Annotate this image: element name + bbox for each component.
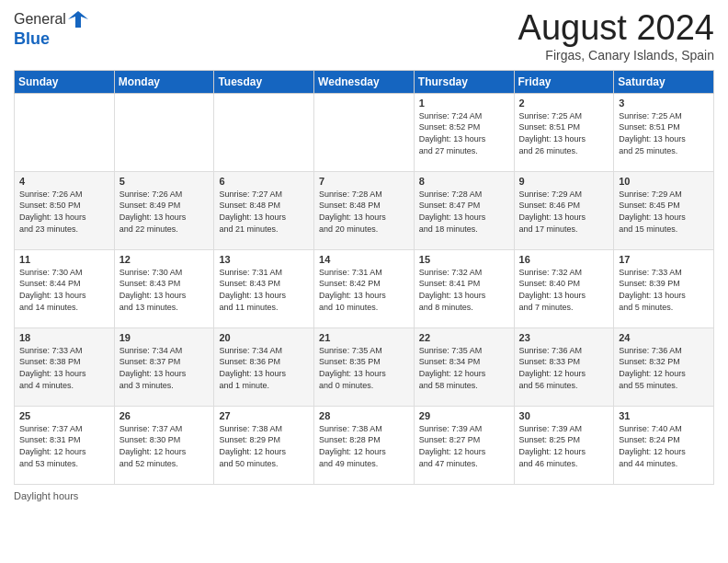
- calendar-day-header: Wednesday: [314, 70, 415, 93]
- calendar-day-cell: 30Sunrise: 7:39 AM Sunset: 8:25 PM Dayli…: [514, 406, 614, 484]
- calendar-day-cell: 4Sunrise: 7:26 AM Sunset: 8:50 PM Daylig…: [15, 171, 115, 249]
- calendar-day-cell: 13Sunrise: 7:31 AM Sunset: 8:43 PM Dayli…: [214, 249, 314, 327]
- day-info: Sunrise: 7:25 AM Sunset: 8:51 PM Dayligh…: [619, 110, 709, 156]
- calendar-day-header: Friday: [514, 70, 614, 93]
- calendar-day-cell: 24Sunrise: 7:36 AM Sunset: 8:32 PM Dayli…: [614, 327, 714, 406]
- day-number: 23: [519, 332, 609, 343]
- day-number: 10: [619, 176, 709, 187]
- calendar-day-cell: 29Sunrise: 7:39 AM Sunset: 8:27 PM Dayli…: [414, 406, 514, 484]
- calendar-day-cell: 10Sunrise: 7:29 AM Sunset: 8:45 PM Dayli…: [614, 171, 714, 249]
- calendar-day-cell: 12Sunrise: 7:30 AM Sunset: 8:43 PM Dayli…: [114, 249, 214, 327]
- calendar-week-row: 18Sunrise: 7:33 AM Sunset: 8:38 PM Dayli…: [15, 327, 714, 406]
- calendar-day-cell: 6Sunrise: 7:27 AM Sunset: 8:48 PM Daylig…: [214, 171, 314, 249]
- title-block: August 2024 Firgas, Canary Islands, Spai…: [518, 9, 714, 63]
- calendar-day-cell: 21Sunrise: 7:35 AM Sunset: 8:35 PM Dayli…: [314, 327, 415, 406]
- day-info: Sunrise: 7:36 AM Sunset: 8:33 PM Dayligh…: [519, 345, 609, 391]
- day-info: Sunrise: 7:36 AM Sunset: 8:32 PM Dayligh…: [619, 345, 709, 391]
- calendar-day-cell: 23Sunrise: 7:36 AM Sunset: 8:33 PM Dayli…: [514, 327, 614, 406]
- day-number: 11: [19, 254, 109, 265]
- calendar-day-cell: 15Sunrise: 7:32 AM Sunset: 8:41 PM Dayli…: [414, 249, 514, 327]
- day-number: 7: [319, 176, 409, 187]
- day-number: 17: [619, 254, 709, 265]
- calendar-week-row: 4Sunrise: 7:26 AM Sunset: 8:50 PM Daylig…: [15, 171, 714, 249]
- day-info: Sunrise: 7:30 AM Sunset: 8:44 PM Dayligh…: [19, 267, 109, 313]
- calendar-day-cell: [15, 93, 115, 171]
- calendar-day-header: Thursday: [414, 70, 514, 93]
- day-number: 2: [519, 98, 609, 109]
- day-number: 6: [219, 176, 309, 187]
- calendar-day-cell: 11Sunrise: 7:30 AM Sunset: 8:44 PM Dayli…: [15, 249, 115, 327]
- day-info: Sunrise: 7:40 AM Sunset: 8:24 PM Dayligh…: [619, 423, 709, 469]
- day-number: 18: [19, 332, 109, 343]
- day-info: Sunrise: 7:32 AM Sunset: 8:40 PM Dayligh…: [519, 267, 609, 313]
- day-number: 1: [419, 98, 509, 109]
- calendar-day-cell: 20Sunrise: 7:34 AM Sunset: 8:36 PM Dayli…: [214, 327, 314, 406]
- day-info: Sunrise: 7:33 AM Sunset: 8:38 PM Dayligh…: [19, 345, 109, 391]
- day-info: Sunrise: 7:31 AM Sunset: 8:42 PM Dayligh…: [319, 267, 409, 313]
- day-info: Sunrise: 7:33 AM Sunset: 8:39 PM Dayligh…: [619, 267, 709, 313]
- calendar-day-header: Saturday: [614, 70, 714, 93]
- calendar-day-cell: 31Sunrise: 7:40 AM Sunset: 8:24 PM Dayli…: [614, 406, 714, 484]
- month-year-title: August 2024: [518, 9, 714, 48]
- calendar-day-cell: 25Sunrise: 7:37 AM Sunset: 8:31 PM Dayli…: [15, 406, 115, 484]
- calendar-day-cell: 1Sunrise: 7:24 AM Sunset: 8:52 PM Daylig…: [414, 93, 514, 171]
- logo-blue-text: Blue: [14, 29, 88, 49]
- day-info: Sunrise: 7:29 AM Sunset: 8:46 PM Dayligh…: [519, 189, 609, 235]
- daylight-hours-label: Daylight hours: [14, 490, 78, 501]
- day-number: 8: [419, 176, 509, 187]
- day-number: 13: [219, 254, 309, 265]
- day-number: 21: [319, 332, 409, 343]
- header: General Blue August 2024 Firgas, Canary …: [14, 9, 714, 63]
- day-info: Sunrise: 7:31 AM Sunset: 8:43 PM Dayligh…: [219, 267, 309, 313]
- day-number: 25: [19, 410, 109, 421]
- day-info: Sunrise: 7:28 AM Sunset: 8:47 PM Dayligh…: [419, 189, 509, 235]
- calendar-day-cell: 3Sunrise: 7:25 AM Sunset: 8:51 PM Daylig…: [614, 93, 714, 171]
- location-text: Firgas, Canary Islands, Spain: [518, 48, 714, 63]
- day-number: 19: [119, 332, 210, 343]
- day-info: Sunrise: 7:34 AM Sunset: 8:37 PM Dayligh…: [119, 345, 210, 391]
- footer: Daylight hours: [14, 490, 714, 501]
- day-info: Sunrise: 7:34 AM Sunset: 8:36 PM Dayligh…: [219, 345, 309, 391]
- calendar-day-cell: [114, 93, 214, 171]
- calendar-week-row: 1Sunrise: 7:24 AM Sunset: 8:52 PM Daylig…: [15, 93, 714, 171]
- calendar-day-cell: 9Sunrise: 7:29 AM Sunset: 8:46 PM Daylig…: [514, 171, 614, 249]
- day-number: 24: [619, 332, 709, 343]
- calendar-day-cell: 5Sunrise: 7:26 AM Sunset: 8:49 PM Daylig…: [114, 171, 214, 249]
- svg-marker-0: [68, 11, 88, 28]
- calendar-header-row: SundayMondayTuesdayWednesdayThursdayFrid…: [15, 70, 714, 93]
- calendar-day-cell: 22Sunrise: 7:35 AM Sunset: 8:34 PM Dayli…: [414, 327, 514, 406]
- day-number: 3: [619, 98, 709, 109]
- day-number: 29: [419, 410, 509, 421]
- calendar-week-row: 11Sunrise: 7:30 AM Sunset: 8:44 PM Dayli…: [15, 249, 714, 327]
- calendar-week-row: 25Sunrise: 7:37 AM Sunset: 8:31 PM Dayli…: [15, 406, 714, 484]
- day-number: 16: [519, 254, 609, 265]
- day-number: 9: [519, 176, 609, 187]
- day-info: Sunrise: 7:27 AM Sunset: 8:48 PM Dayligh…: [219, 189, 309, 235]
- calendar-day-cell: 19Sunrise: 7:34 AM Sunset: 8:37 PM Dayli…: [114, 327, 214, 406]
- day-number: 30: [519, 410, 609, 421]
- day-number: 14: [319, 254, 409, 265]
- day-info: Sunrise: 7:28 AM Sunset: 8:48 PM Dayligh…: [319, 189, 409, 235]
- calendar-day-cell: [314, 93, 415, 171]
- logo-bird-icon: [68, 9, 88, 29]
- calendar-day-cell: 26Sunrise: 7:37 AM Sunset: 8:30 PM Dayli…: [114, 406, 214, 484]
- day-number: 28: [319, 410, 409, 421]
- day-number: 26: [119, 410, 210, 421]
- day-info: Sunrise: 7:39 AM Sunset: 8:25 PM Dayligh…: [519, 423, 609, 469]
- day-number: 4: [19, 176, 109, 187]
- day-number: 12: [119, 254, 210, 265]
- calendar-day-cell: 27Sunrise: 7:38 AM Sunset: 8:29 PM Dayli…: [214, 406, 314, 484]
- calendar-day-cell: 2Sunrise: 7:25 AM Sunset: 8:51 PM Daylig…: [514, 93, 614, 171]
- calendar-day-cell: 8Sunrise: 7:28 AM Sunset: 8:47 PM Daylig…: [414, 171, 514, 249]
- day-info: Sunrise: 7:26 AM Sunset: 8:50 PM Dayligh…: [19, 189, 109, 235]
- day-info: Sunrise: 7:35 AM Sunset: 8:35 PM Dayligh…: [319, 345, 409, 391]
- day-info: Sunrise: 7:25 AM Sunset: 8:51 PM Dayligh…: [519, 110, 609, 156]
- day-info: Sunrise: 7:24 AM Sunset: 8:52 PM Dayligh…: [419, 110, 509, 156]
- day-info: Sunrise: 7:29 AM Sunset: 8:45 PM Dayligh…: [619, 189, 709, 235]
- calendar-day-cell: 16Sunrise: 7:32 AM Sunset: 8:40 PM Dayli…: [514, 249, 614, 327]
- day-info: Sunrise: 7:37 AM Sunset: 8:30 PM Dayligh…: [119, 423, 210, 469]
- day-number: 5: [119, 176, 210, 187]
- day-number: 22: [419, 332, 509, 343]
- day-number: 31: [619, 410, 709, 421]
- day-number: 27: [219, 410, 309, 421]
